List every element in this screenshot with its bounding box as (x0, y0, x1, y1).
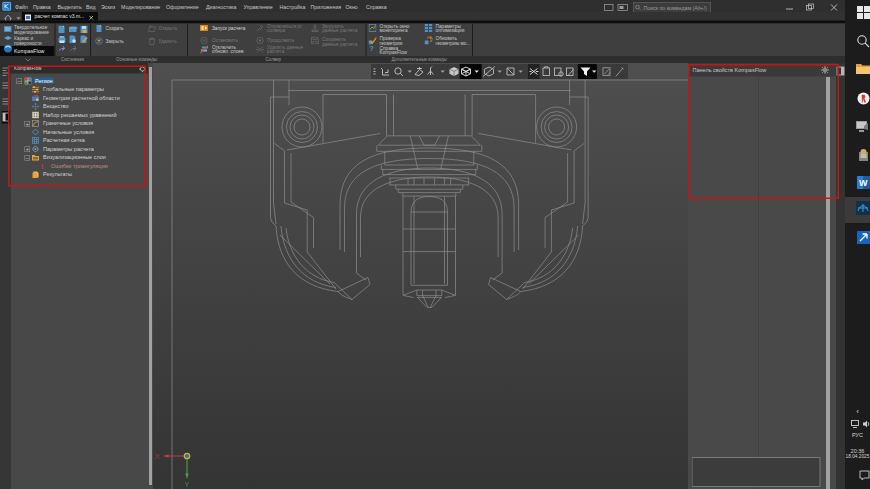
svg-text:X: X (155, 453, 160, 460)
svg-text:W: W (859, 178, 868, 188)
svg-text:Y: Y (185, 481, 190, 488)
